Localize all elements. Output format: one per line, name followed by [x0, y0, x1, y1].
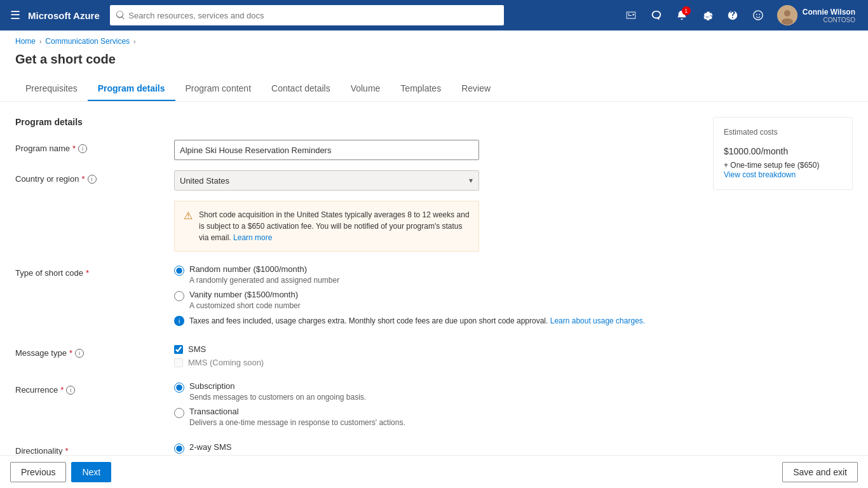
- radio-vanity-input[interactable]: [174, 291, 184, 301]
- help-icon[interactable]: [721, 4, 744, 27]
- radio-transactional: Transactional Delivers a one-time messag…: [174, 407, 698, 427]
- checkbox-sms: SMS: [174, 344, 698, 354]
- message-type-info-icon[interactable]: i: [75, 349, 84, 358]
- tab-review[interactable]: Review: [451, 77, 501, 101]
- warning-icon: ⚠: [184, 210, 193, 243]
- info-note-icon: i: [174, 316, 184, 326]
- tab-volume[interactable]: Volume: [341, 77, 391, 101]
- user-org: CONTOSO: [803, 17, 855, 24]
- hamburger-icon[interactable]: ☰: [8, 6, 23, 25]
- required-marker-4: *: [69, 348, 72, 358]
- recurrence-label: Recurrence * i: [15, 381, 174, 395]
- azure-logo: Microsoft Azure: [28, 10, 100, 21]
- breadcrumb-sep-1: ›: [39, 38, 41, 45]
- notifications-icon[interactable]: 1: [670, 4, 693, 27]
- radio-random-input[interactable]: [174, 266, 184, 276]
- program-name-info-icon[interactable]: i: [78, 144, 87, 153]
- breadcrumb-home[interactable]: Home: [15, 37, 36, 46]
- main-content: Program details Program name * i Country…: [0, 102, 868, 482]
- next-button[interactable]: Next: [71, 462, 111, 482]
- twoway-label: 2-way SMS: [189, 442, 231, 452]
- user-name: Connie Wilson: [803, 8, 855, 17]
- costs-amount: $1000.00/month: [724, 142, 842, 158]
- radio-subscription: Subscription Sends messages to customers…: [174, 381, 698, 402]
- search-bar[interactable]: [110, 5, 504, 25]
- sidebar: Estimated costs $1000.00/month + One-tim…: [713, 117, 853, 466]
- recurrence-row: Recurrence * i Subscription Sends messag…: [15, 381, 698, 432]
- mms-label: MMS (Coming soon): [188, 358, 264, 367]
- topnav: ☰ Microsoft Azure 1: [0, 0, 868, 30]
- feedback-icon[interactable]: [645, 4, 668, 27]
- recurrence-input-area: Subscription Sends messages to customers…: [174, 381, 698, 432]
- view-cost-breakdown-link[interactable]: View cost breakdown: [724, 170, 796, 179]
- tab-program-details[interactable]: Program details: [88, 77, 175, 101]
- previous-button[interactable]: Previous: [10, 462, 66, 482]
- svg-point-2: [759, 14, 760, 15]
- message-type-label: Message type * i: [15, 344, 174, 358]
- country-info-icon[interactable]: i: [88, 175, 97, 184]
- tab-prerequisites[interactable]: Prerequisites: [15, 77, 88, 101]
- country-row: Country or region * i United States: [15, 170, 698, 191]
- nav-icons: 1 Connie Wilson CONTOSO: [620, 3, 860, 28]
- radio-vanity-desc: A customized short code number: [189, 301, 698, 310]
- directionality-row: Directionality * 2-way SMS: [15, 442, 698, 456]
- message-type-row: Message type * i SMS MMS (Coming soon): [15, 344, 698, 371]
- radio-vanity-label: Vanity number ($1500/month): [189, 290, 298, 299]
- tabs: Prerequisites Program details Program co…: [0, 77, 868, 102]
- tab-contact-details[interactable]: Contact details: [261, 77, 341, 101]
- radio-twoway-input[interactable]: [174, 444, 184, 454]
- directionality-label: Directionality *: [15, 442, 174, 456]
- cloud-shell-icon[interactable]: [620, 4, 642, 27]
- country-select-wrapper: United States: [174, 170, 479, 191]
- checkbox-mms: MMS (Coming soon): [174, 358, 698, 367]
- costs-per: /month: [761, 146, 788, 156]
- page-title: Get a short code: [0, 52, 868, 77]
- usage-charges-link[interactable]: Learn about usage charges.: [550, 316, 645, 325]
- smiley-icon[interactable]: [747, 4, 770, 27]
- costs-card: Estimated costs $1000.00/month + One-tim…: [713, 117, 853, 190]
- breadcrumb-service[interactable]: Communication Services: [45, 37, 130, 46]
- type-input-area: Random number ($1000/month) A randomly g…: [174, 264, 698, 334]
- tab-program-content[interactable]: Program content: [175, 77, 262, 101]
- svg-point-5: [782, 18, 793, 25]
- country-input-area: United States: [174, 170, 698, 191]
- required-marker-3: *: [86, 268, 89, 278]
- costs-title: Estimated costs: [724, 128, 842, 137]
- radio-transactional-input[interactable]: [174, 408, 184, 418]
- search-input[interactable]: [128, 11, 497, 20]
- avatar: [777, 5, 797, 25]
- recurrence-info-icon[interactable]: i: [66, 386, 75, 395]
- radio-random-desc: A randomly generated and assigned number: [189, 276, 698, 285]
- subscription-label: Subscription: [189, 381, 235, 391]
- subscription-desc: Sends messages to customers on an ongoin…: [189, 393, 698, 402]
- radio-subscription-input[interactable]: [174, 383, 184, 393]
- checkbox-mms-input[interactable]: [174, 358, 183, 367]
- section-heading: Program details: [15, 117, 698, 127]
- country-select[interactable]: United States: [174, 170, 479, 191]
- transactional-desc: Delivers a one-time message in response …: [189, 418, 698, 427]
- required-marker-5: *: [60, 385, 64, 395]
- tab-templates[interactable]: Templates: [390, 77, 451, 101]
- program-name-input[interactable]: [174, 140, 479, 160]
- country-label: Country or region * i: [15, 170, 174, 184]
- checkbox-sms-input[interactable]: [174, 345, 183, 354]
- costs-setup: + One-time setup fee ($650): [724, 161, 842, 170]
- warning-learn-more-link[interactable]: Learn more: [233, 233, 272, 242]
- user-profile[interactable]: Connie Wilson CONTOSO: [772, 3, 860, 28]
- message-type-input-area: SMS MMS (Coming soon): [174, 344, 698, 371]
- program-name-input-area: [174, 140, 698, 160]
- program-name-label: Program name * i: [15, 140, 174, 153]
- type-info-note: i Taxes and fees included, usage charges…: [174, 315, 698, 327]
- directionality-input-area: 2-way SMS: [174, 442, 698, 456]
- program-name-row: Program name * i: [15, 140, 698, 160]
- svg-point-0: [754, 11, 763, 20]
- bottom-bar: Previous Next Save and exit: [0, 455, 868, 482]
- radio-twoway: 2-way SMS: [174, 442, 698, 454]
- breadcrumb-sep-2: ›: [133, 38, 135, 45]
- warning-box: ⚠ Short code acquisition in the United S…: [174, 201, 479, 252]
- search-icon: [116, 11, 125, 20]
- settings-icon[interactable]: [696, 4, 719, 27]
- required-marker: *: [72, 144, 76, 153]
- required-marker-6: *: [65, 446, 68, 456]
- save-exit-button[interactable]: Save and exit: [782, 462, 858, 482]
